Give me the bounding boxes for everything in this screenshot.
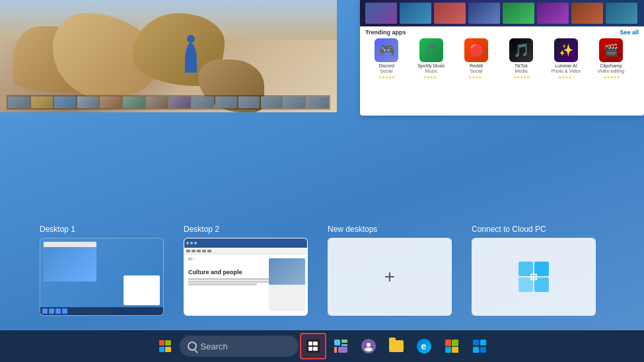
search-bar[interactable]: Search <box>180 336 299 357</box>
titlebar-dot <box>186 242 189 244</box>
desktop-group-cloud: Connect to Cloud PC ⊞ <box>472 225 596 316</box>
edge-button[interactable] <box>411 333 437 359</box>
taskbar: Search <box>0 330 644 362</box>
titlebar-dot <box>194 242 197 244</box>
app-category: Media <box>515 69 527 74</box>
store-app-luminar[interactable]: Luminar AI Photo & Video ★★★★☆ <box>545 38 587 79</box>
reddit-icon <box>464 38 488 62</box>
start-button[interactable] <box>152 333 178 359</box>
win-tile-1 <box>159 340 164 345</box>
cloud-pc-button[interactable]: ⊞ <box>472 238 596 316</box>
tv-sq <box>313 342 317 345</box>
store-game-thumb <box>468 3 500 24</box>
store-app-tiktok[interactable]: TikTok Media ★★★★★ <box>500 38 542 79</box>
microsoft-store-button[interactable] <box>439 333 465 359</box>
mini-taskbar-icon <box>49 308 54 314</box>
app-category: Social <box>470 69 482 74</box>
film-thumb <box>77 96 99 108</box>
discord-icon <box>375 38 398 62</box>
ms-tile-blue <box>445 347 452 353</box>
app-stars: ★★★★☆ <box>423 75 440 79</box>
film-thumb <box>146 96 168 108</box>
desktop-2-label: Desktop 2 <box>184 225 219 234</box>
app-name: Reddit <box>470 63 483 69</box>
widgets-button[interactable] <box>328 333 354 359</box>
film-thumb <box>8 96 30 108</box>
mini-browser-top <box>44 242 96 247</box>
windows-logo-icon <box>159 340 171 352</box>
mini-taskbar-icon <box>55 308 61 314</box>
win-tile-2 <box>165 340 170 345</box>
toolbar-item <box>197 250 201 252</box>
app-name: Clipchamp <box>600 63 622 69</box>
desktop-1-thumbnail[interactable] <box>40 238 164 316</box>
tv-sq <box>308 347 312 351</box>
store-app-discord[interactable]: Discord Social ★★★★★ <box>365 38 408 79</box>
store-apps-row: Discord Social ★★★★★ Spotify Music Music… <box>360 37 644 81</box>
store-game-thumb <box>571 3 603 24</box>
chat-button[interactable] <box>355 333 382 359</box>
film-thumb <box>169 96 191 108</box>
desktop-group-2: Desktop 2 B1 / WordArt Culture and peopl… <box>184 225 308 316</box>
film-thumb <box>54 96 76 108</box>
search-icon <box>188 342 197 351</box>
microsoft-store-icon <box>445 340 458 353</box>
svg-rect-9 <box>338 347 347 353</box>
doc-right-image <box>269 258 305 285</box>
toolbar-item <box>186 250 190 252</box>
win-tile-3 <box>159 347 164 352</box>
win-tile-4 <box>165 347 170 352</box>
edge-icon <box>417 339 431 353</box>
toolbar-item <box>207 250 211 252</box>
desktop-2-thumbnail[interactable]: B1 / WordArt Culture and people <box>184 238 308 316</box>
doc-line <box>188 283 257 285</box>
file-explorer-button[interactable] <box>383 333 410 359</box>
store-game-thumb <box>434 3 466 24</box>
store-app-spotify[interactable]: Spotify Music Music ★★★★☆ <box>410 38 452 79</box>
store-window: Trending apps See all Discord Social ★★★… <box>360 0 644 116</box>
tiktok-icon <box>509 38 533 62</box>
store-game-thumb <box>365 3 397 24</box>
app-stars: ★★★★★ <box>603 75 620 79</box>
trending-label: Trending apps <box>365 29 406 36</box>
mini-taskbar-icon <box>62 308 67 314</box>
store-app-reddit[interactable]: Reddit Social ★★★★☆ <box>455 38 497 79</box>
clipchamp-icon <box>599 38 623 62</box>
app-stars: ★★★★★ <box>378 75 395 79</box>
tv-sq <box>308 342 312 345</box>
store-trending-section: Trending apps See all <box>360 26 644 37</box>
app-category: Photo & Video <box>552 69 581 74</box>
photo-window <box>0 0 337 112</box>
doc-toolbar <box>184 248 307 254</box>
microsoft365-button[interactable] <box>466 333 493 359</box>
ms-tile-green <box>452 340 458 346</box>
widgets-icon <box>334 339 348 353</box>
film-thumb <box>123 96 145 108</box>
task-view-section: Desktop 1 Desktop 2 <box>0 225 644 329</box>
store-app-clipchamp[interactable]: Clipchamp Video editing ★★★★★ <box>590 38 632 79</box>
desktop-1-label: Desktop 1 <box>40 225 75 234</box>
app-name: TikTok <box>515 63 528 69</box>
app-category: Music <box>425 69 437 74</box>
store-header <box>360 0 644 26</box>
doc-right-panel <box>269 258 305 311</box>
ms-tile-red <box>445 340 452 346</box>
microsoft365-icon <box>472 339 487 353</box>
film-thumb <box>307 96 329 108</box>
film-thumb <box>238 96 260 108</box>
mini-taskbar <box>40 307 163 315</box>
task-view-button[interactable] <box>300 333 326 359</box>
svg-rect-15 <box>480 347 486 353</box>
mini-browser-content <box>44 247 96 281</box>
new-desktop-button[interactable]: + <box>328 238 452 316</box>
svg-rect-12 <box>473 340 479 345</box>
luminar-icon <box>554 38 578 62</box>
film-thumb <box>261 96 283 108</box>
spotify-icon <box>419 38 443 62</box>
app-stars: ★★★★★ <box>513 75 530 79</box>
film-thumb <box>192 96 214 108</box>
svg-rect-13 <box>480 340 486 345</box>
film-thumb <box>31 96 53 108</box>
see-all-link[interactable]: See all <box>620 29 639 36</box>
desktop-group-1: Desktop 1 <box>40 225 164 316</box>
